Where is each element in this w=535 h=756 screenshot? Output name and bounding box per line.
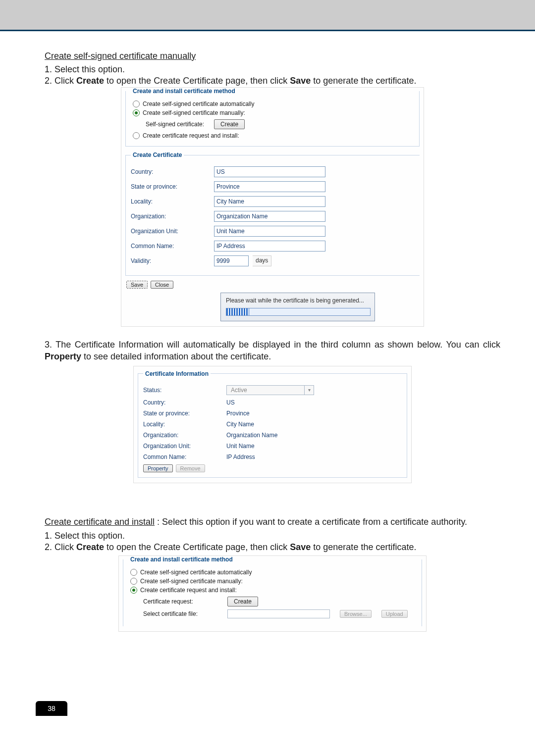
select-file-line: Select certificate file: Browse... Uploa… xyxy=(143,609,417,618)
create-request-button[interactable]: Create xyxy=(227,597,258,606)
radio2-manual-label: Create self-signed certificate manually: xyxy=(140,578,243,585)
legend-method-2: Create and install certificate method xyxy=(128,556,235,563)
section2-intro-post: : Select this option if you want to crea… xyxy=(155,517,467,527)
legend-method: Create and install certificate method xyxy=(131,88,237,95)
para3-post: to see detailed information about the ce… xyxy=(81,352,271,361)
page-content: Create self-signed certificate manually … xyxy=(0,51,535,736)
file-path-input[interactable] xyxy=(227,609,330,618)
step2-create: Create xyxy=(76,76,104,86)
info-unit-value: Unit Name xyxy=(226,443,255,450)
step2-save: Save xyxy=(290,76,311,86)
info-common-row: Common Name: IP Address xyxy=(143,454,402,460)
save-close-row: Save Close xyxy=(126,281,424,289)
country-label: Country: xyxy=(131,168,210,175)
para3-pre: 3. The Certificate Information will auto… xyxy=(45,340,500,350)
create-button[interactable]: Create xyxy=(214,119,245,129)
property-button[interactable]: Property xyxy=(143,464,173,472)
common-name-label: Common Name: xyxy=(131,243,210,250)
screenshot-cert-info: Certificate Information Status: Active ▾… xyxy=(133,366,412,483)
progress-text: Please wait while the certificate is bei… xyxy=(226,297,370,304)
legend-create-certificate: Create Certificate xyxy=(131,151,184,158)
section-title-manual: Create self-signed certificate manually xyxy=(45,51,500,61)
step-2: 2. Click Create to open the Create Certi… xyxy=(45,76,500,86)
info-state-label: State or province: xyxy=(143,410,222,417)
radio2-auto-row[interactable]: Create self-signed certificate automatic… xyxy=(130,569,417,576)
validity-unit: days xyxy=(253,255,271,266)
info-locality-row: Locality: City Name xyxy=(143,421,402,428)
info-common-label: Common Name: xyxy=(143,454,222,460)
row-validity: Validity: days xyxy=(131,255,415,266)
row-org-unit: Organization Unit: xyxy=(131,226,415,237)
page-header-band xyxy=(0,0,535,31)
state-input[interactable] xyxy=(214,181,325,192)
radio2-auto-label: Create self-signed certificate automatic… xyxy=(140,569,252,576)
screenshot-create-request: Create and install certificate method Cr… xyxy=(118,555,427,632)
upload-button[interactable]: Upload xyxy=(381,610,408,618)
radio-manual-row[interactable]: Create self-signed certificate manually: xyxy=(133,109,414,116)
progress-fill xyxy=(226,308,249,315)
s2s2-mid: to open the Create Certificate page, the… xyxy=(104,542,290,552)
info-common-value: IP Address xyxy=(226,454,255,460)
info-state-value: Province xyxy=(226,410,250,417)
step2-post: to generate the certificate. xyxy=(311,76,416,86)
screenshot-create-manual: Create and install certificate method Cr… xyxy=(121,87,424,327)
s2s2-save: Save xyxy=(290,542,311,552)
country-input[interactable] xyxy=(214,166,325,177)
radio2-manual-row[interactable]: Create self-signed certificate manually: xyxy=(130,578,417,585)
info-country-row: Country: US xyxy=(143,399,402,406)
group-cert-info: Certificate Information Status: Active ▾… xyxy=(138,370,407,478)
info-unit-row: Organization Unit: Unit Name xyxy=(143,443,402,450)
section2-intro: Create certificate and install : Select … xyxy=(45,516,500,528)
cert-request-label: Certificate request: xyxy=(143,598,217,605)
state-label: State or province: xyxy=(131,183,210,190)
radio-auto-label: Create self-signed certificate automatic… xyxy=(143,101,254,107)
org-unit-input[interactable] xyxy=(214,226,325,237)
radio2-request-row[interactable]: Create certificate request and install: xyxy=(130,587,417,594)
radio-request[interactable] xyxy=(133,132,140,139)
status-label: Status: xyxy=(143,387,222,394)
radio-auto[interactable] xyxy=(133,101,140,107)
progress-bar xyxy=(226,308,371,316)
radio2-auto[interactable] xyxy=(130,569,137,576)
radio-request-row[interactable]: Create certificate request and install: xyxy=(133,132,414,139)
save-button[interactable]: Save xyxy=(126,281,148,289)
validity-input[interactable] xyxy=(214,255,249,266)
info-state-row: State or province: Province xyxy=(143,410,402,417)
row-state: State or province: xyxy=(131,181,415,192)
step2-pre: 2. Click xyxy=(45,76,76,86)
row-common-name: Common Name: xyxy=(131,241,415,252)
s2s2-create: Create xyxy=(76,542,104,552)
s2s2-post: to generate the certificate. xyxy=(311,542,416,552)
info-unit-label: Organization Unit: xyxy=(143,443,222,450)
group-create-certificate: Create Certificate Country: State or pro… xyxy=(125,151,420,276)
radio-auto-row[interactable]: Create self-signed certificate automatic… xyxy=(133,101,414,107)
progress-dialog: Please wait while the certificate is bei… xyxy=(220,293,375,321)
paragraph-3: 3. The Certificate Information will auto… xyxy=(45,339,500,363)
self-signed-line: Self-signed certificate: Create xyxy=(146,119,414,129)
sec2-step2: 2. Click Create to open the Create Certi… xyxy=(45,542,500,553)
info-status-row: Status: Active ▾ xyxy=(143,385,402,395)
radio2-manual[interactable] xyxy=(130,578,137,585)
page-number: 38 xyxy=(36,701,67,716)
organization-input[interactable] xyxy=(214,211,325,222)
remove-button[interactable]: Remove xyxy=(176,464,205,472)
radio2-request-label: Create certificate request and install: xyxy=(140,587,237,594)
para3-property: Property xyxy=(45,352,81,361)
info-locality-label: Locality: xyxy=(143,421,222,428)
validity-label: Validity: xyxy=(131,257,210,264)
certificate-request-line: Certificate request: Create xyxy=(143,597,417,606)
step-1: 1. Select this option. xyxy=(45,64,500,75)
row-organization: Organization: xyxy=(131,211,415,222)
group-method-2: Create and install certificate method Cr… xyxy=(123,556,422,626)
browse-button[interactable]: Browse... xyxy=(340,610,372,618)
row-locality: Locality: xyxy=(131,196,415,207)
info-buttons: Property Remove xyxy=(143,464,402,472)
radio2-request[interactable] xyxy=(130,587,137,594)
locality-input[interactable] xyxy=(214,196,325,207)
close-button[interactable]: Close xyxy=(151,281,173,289)
self-signed-label: Self-signed certificate: xyxy=(146,121,204,128)
radio-manual[interactable] xyxy=(133,109,140,116)
common-name-input[interactable] xyxy=(214,241,325,252)
info-org-label: Organization: xyxy=(143,432,222,439)
status-select[interactable]: Active ▾ xyxy=(226,385,314,395)
